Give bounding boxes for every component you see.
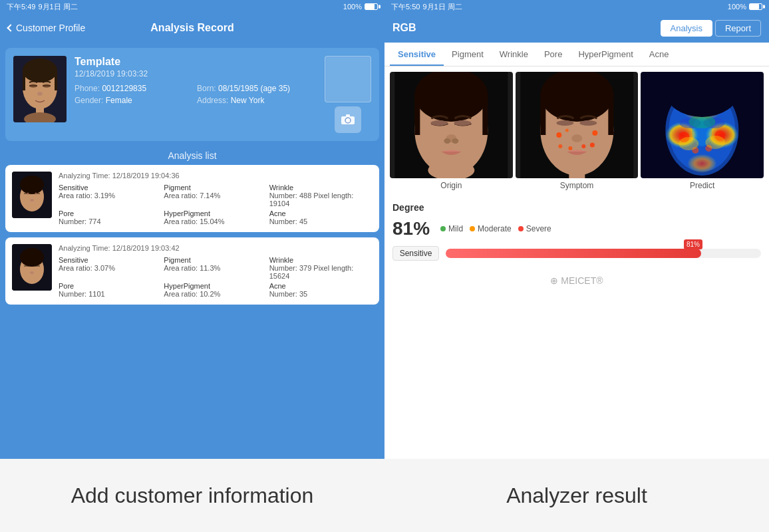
face-origin-label: Origin — [390, 181, 513, 190]
profile-name: Template — [75, 56, 317, 68]
stat-hyperpigment-1: HyperPigment Area ratio: 15.04% — [164, 209, 267, 225]
profile-details: Phone: 0012129835 Born: 08/15/1985 (age … — [75, 84, 317, 105]
face-symptom-image — [516, 72, 639, 178]
record-time-value-2: 12/18/2019 19:03:42 — [112, 244, 180, 252]
svg-rect-4 — [55, 70, 57, 90]
born-label: Born: — [197, 84, 216, 93]
svg-rect-32 — [414, 95, 420, 135]
phone-value: 0012129835 — [102, 84, 146, 93]
svg-point-35 — [454, 120, 471, 126]
tab-sensitive[interactable]: Sensitive — [390, 43, 444, 66]
tab-pigment[interactable]: Pigment — [444, 43, 492, 66]
profile-phone: Phone: 0012129835 — [75, 84, 194, 93]
stat-sensitive-1: Sensitive Area ratio: 3.19% — [59, 184, 162, 207]
analysis-record[interactable]: Analyzing Time: 12/18/2019 19:04:36 Sens… — [5, 165, 379, 232]
camera-icon — [341, 114, 355, 125]
svg-point-47 — [579, 120, 597, 126]
progress-row: Sensitive 81% — [392, 246, 761, 261]
face-predict-container: Predict — [641, 72, 764, 190]
bar-label: Sensitive — [392, 246, 439, 261]
severe-dot — [518, 226, 524, 231]
svg-point-63 — [688, 154, 717, 173]
analysis-record-2[interactable]: Analyzing Time: 12/18/2019 19:03:42 Sens… — [5, 237, 379, 305]
face-predict-image — [641, 72, 764, 178]
svg-point-49 — [556, 132, 561, 138]
profile-address: Address: New York — [197, 96, 317, 105]
tab-analysis[interactable]: Analysis — [661, 20, 712, 37]
degree-legend: Mild Moderate Severe — [440, 224, 551, 233]
right-battery-icon — [749, 3, 762, 10]
bottom-labels: Add customer information Analyzer result — [0, 459, 769, 532]
legend-moderate: Moderate — [470, 224, 512, 233]
face-symptom-label: Symptom — [516, 181, 639, 190]
svg-rect-3 — [23, 70, 25, 90]
analysis-records: Analyzing Time: 12/18/2019 19:04:36 Sens… — [0, 165, 384, 305]
legend-mild: Mild — [440, 224, 463, 233]
stat-pigment-1: Pigment Area ratio: 7.14% — [164, 184, 267, 207]
back-button[interactable]: Customer Profile — [8, 23, 85, 33]
right-time: 下午5:50 — [391, 2, 420, 12]
left-panel: Customer Profile Analysis Record — [0, 13, 384, 459]
stat-acne-2: Acne Number: 35 — [269, 282, 373, 298]
svg-rect-33 — [482, 95, 488, 135]
record-face-2 — [12, 244, 52, 291]
stat-acne-1: Acne Number: 45 — [269, 209, 373, 225]
right-battery-pct: 100% — [728, 3, 746, 11]
svg-rect-45 — [608, 95, 613, 135]
svg-point-2 — [23, 59, 57, 82]
tab-acne[interactable]: Acne — [641, 43, 677, 66]
meicet-logo: ⊕ MEICET® — [384, 267, 769, 294]
rgb-title: RGB — [392, 22, 416, 34]
svg-point-34 — [430, 120, 448, 126]
tab-report[interactable]: Report — [715, 20, 761, 37]
profile-photo — [13, 56, 67, 122]
address-value: New York — [231, 96, 265, 105]
tab-wrinkle[interactable]: Wrinkle — [492, 43, 536, 66]
moderate-dot — [470, 226, 475, 231]
bottom-label-right: Analyzer result — [384, 483, 769, 508]
right-nav: RGB Analysis Report — [384, 13, 769, 43]
record-time-1: Analyzing Time: 12/18/2019 19:04:36 — [59, 172, 373, 180]
record-stats-1: Sensitive Area ratio: 3.19% Pigment Area… — [59, 184, 373, 225]
stat-wrinkle-1: Wrinkle Number: 488 Pixel length: 19104 — [269, 184, 373, 207]
svg-rect-40 — [443, 172, 459, 178]
phone-label: Phone: — [75, 84, 100, 93]
camera-button[interactable] — [335, 106, 361, 133]
tab-hyperpigment[interactable]: HyperPigment — [570, 43, 641, 66]
right-status-bar: 下午5:50 9月1日 周二 100% — [384, 0, 769, 13]
face-predict-label: Predict — [641, 181, 764, 190]
face-symptom-svg — [516, 72, 639, 178]
page-title: Analysis Record — [150, 22, 233, 34]
face-origin-container: Origin — [390, 72, 513, 190]
profile-card: Template 12/18/2019 19:03:32 Phone: 0012… — [5, 48, 379, 141]
left-time: 下午5:49 — [7, 2, 35, 12]
svg-point-55 — [565, 129, 569, 132]
stat-wrinkle-2: Wrinkle Number: 379 Pixel length: 15624 — [269, 256, 373, 280]
record-thumb-1 — [12, 172, 52, 218]
svg-point-25 — [20, 248, 44, 267]
svg-point-21 — [27, 193, 29, 195]
chevron-left-icon — [7, 24, 14, 31]
record-face-1 — [12, 172, 52, 218]
record-stats-2: Sensitive Area ratio: 3.07% Pigment Area… — [59, 256, 373, 298]
mild-label: Mild — [448, 224, 463, 233]
stat-sensitive-2: Sensitive Area ratio: 3.07% — [59, 256, 162, 280]
face-predict-svg — [641, 72, 764, 178]
tab-pore[interactable]: Pore — [536, 43, 570, 66]
analysis-list-header: Analysis list — [0, 146, 384, 165]
left-status-bar: 下午5:49 9月1日 周二 100% — [0, 0, 384, 13]
profile-born: Born: 08/15/1985 (age 35) — [197, 84, 317, 93]
degree-percentage: 81% — [392, 218, 430, 239]
svg-rect-14 — [346, 114, 350, 117]
profile-face-image — [13, 56, 67, 122]
degree-header: 81% Mild Moderate Severe — [392, 218, 761, 239]
svg-point-46 — [556, 120, 573, 126]
svg-point-22 — [35, 193, 37, 195]
svg-point-54 — [590, 143, 595, 148]
stat-pigment-2: Pigment Area ratio: 11.3% — [164, 256, 267, 280]
svg-point-52 — [581, 144, 585, 148]
profile-date: 12/18/2019 19:03:32 — [75, 69, 317, 78]
svg-point-38 — [452, 138, 458, 144]
svg-point-72 — [706, 136, 726, 149]
moderate-label: Moderate — [478, 224, 512, 233]
